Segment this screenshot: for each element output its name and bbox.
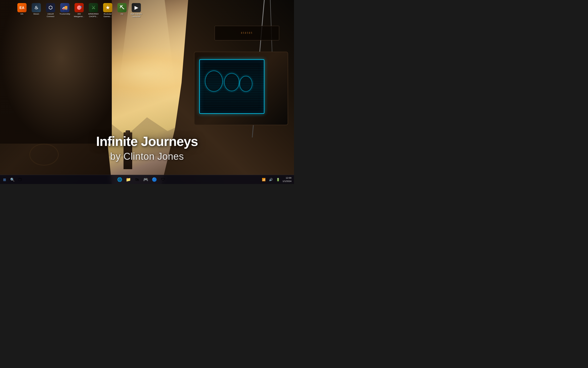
dashboard-console bbox=[194, 52, 288, 125]
desktop-icon-label-truckersmp: TruckersMp bbox=[59, 13, 70, 15]
windows-start-button[interactable]: ⊞ bbox=[1, 176, 8, 183]
systray-sound-icon[interactable]: 🔊 bbox=[268, 177, 274, 182]
taskbar-pinned-edge[interactable]: 🌐 bbox=[116, 176, 124, 184]
desktop-icon-img-ubisoft: ⬡ bbox=[46, 3, 55, 12]
desktop-icon-img-rockstar: ★ bbox=[103, 3, 112, 12]
wallpaper-text-overlay: Infinite Journeys by Clinton Jones bbox=[29, 134, 265, 162]
desktop-icon-img-minecraft: ⛏ bbox=[117, 3, 127, 12]
desktop-icon-img-ea: EA bbox=[17, 3, 27, 12]
taskbar-systray: 📶 🔊 🔋 12:00 1/1/2024 bbox=[259, 176, 294, 183]
taskbar-left: ⊞ 🔍 ❐ bbox=[0, 176, 24, 183]
wallpaper: 858585 Infinite Journeys by Clinton Jone… bbox=[0, 0, 294, 184]
clock-time: 12:00 bbox=[283, 176, 291, 180]
instrument-gauge-3 bbox=[239, 76, 252, 92]
desktop-icon-rockstar[interactable]: ★Rockstar Games... bbox=[101, 2, 114, 19]
instrument-gauge-1 bbox=[205, 71, 223, 92]
wallpaper-title: Infinite Journeys bbox=[29, 134, 265, 149]
desktop-icon-wargame[interactable]: 🎯360 Wargame... bbox=[72, 2, 86, 19]
systray-battery-icon[interactable]: 🔋 bbox=[275, 177, 281, 182]
desktop-icon-img-epic: ▶ bbox=[132, 3, 141, 12]
taskbar-pinned-browser2[interactable]: 🔵 bbox=[150, 176, 158, 184]
top-number-display: 858585 bbox=[215, 26, 279, 41]
taskbar-pinned-gamepass[interactable]: 🎮 bbox=[142, 176, 150, 184]
wallpaper-subtitle: by Clinton Jones bbox=[29, 151, 265, 162]
clock-date: 1/1/2024 bbox=[283, 180, 291, 183]
desktop-icon-ea[interactable]: EAEA bbox=[15, 2, 29, 19]
taskbar-clock[interactable]: 12:00 1/1/2024 bbox=[283, 176, 291, 183]
desktop-icons-container: EAEA♨Steam⬡Ubisoft Connect🚚TruckersMp🎯36… bbox=[15, 2, 143, 19]
desktop-icon-img-steam: ♨ bbox=[32, 3, 41, 12]
taskbar-pinned-antivirus[interactable]: 🛡 bbox=[159, 176, 167, 184]
desktop-icon-minecraft[interactable]: ⛏mc bbox=[115, 2, 129, 19]
helmet-area bbox=[0, 0, 112, 144]
dashboard-screen bbox=[199, 59, 264, 114]
desktop-icon-ubisoft[interactable]: ⬡Ubisoft Connect bbox=[44, 2, 57, 19]
desktop-icon-label-ubisoft: Ubisoft Connect bbox=[45, 13, 56, 18]
desktop-icon-label-rockstar: Rockstar Games... bbox=[102, 13, 113, 18]
desktop-icon-label-ea: EA bbox=[21, 13, 23, 15]
desktop-icon-label-steam: Steam bbox=[33, 13, 39, 15]
taskbar-task-view[interactable]: ❐ bbox=[16, 176, 23, 183]
taskbar-search-button[interactable]: 🔍 bbox=[9, 176, 16, 183]
desktop-icon-truckersmp[interactable]: 🚚TruckersMp bbox=[58, 2, 71, 19]
desktop-icon-epic[interactable]: ▶Epic Games Launcher bbox=[130, 2, 143, 19]
systray-network-icon[interactable]: 📶 bbox=[261, 177, 267, 182]
desktop-icon-label-minecraft: mc bbox=[121, 13, 124, 15]
desktop-icon-steam[interactable]: ♨Steam bbox=[30, 2, 43, 19]
taskbar-pinned-apps: 🌐📁🛍🎮🔵🛡 bbox=[116, 176, 167, 184]
desktop-icon-img-truckersmp: 🚚 bbox=[60, 3, 69, 12]
taskbar-pinned-store[interactable]: 🛍 bbox=[133, 176, 141, 184]
desktop-icon-label-epic: Epic Games Launcher bbox=[131, 13, 142, 18]
desktop-icon-img-armored: ⚔ bbox=[89, 3, 98, 12]
taskbar-pinned-explorer[interactable]: 📁 bbox=[124, 176, 132, 184]
taskbar: ⊞ 🔍 ❐ 🌐📁🛍🎮🔵🛡 📶 🔊 🔋 12:00 1/1/2024 bbox=[0, 175, 294, 184]
desktop-icon-img-wargame: 🎯 bbox=[75, 3, 84, 12]
desktop-icon-label-armored: ARMORED CHOPS... bbox=[88, 13, 99, 18]
desktop-icon-label-wargame: 360 Wargame... bbox=[74, 13, 85, 18]
desktop-icon-armored[interactable]: ⚔ARMORED CHOPS... bbox=[87, 2, 100, 19]
